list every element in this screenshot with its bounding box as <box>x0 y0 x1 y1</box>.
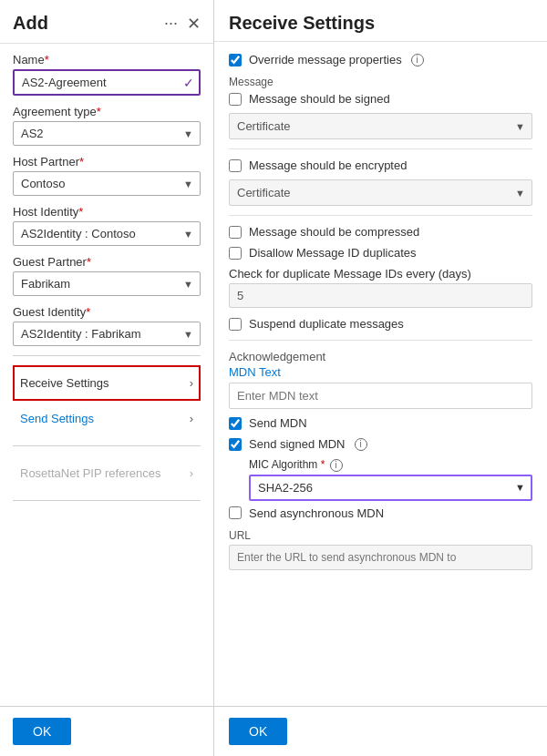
send-mdn-checkbox[interactable] <box>229 417 242 430</box>
nav-item-rosettanet[interactable]: RosettaNet PIP references › <box>13 455 201 491</box>
send-mdn-label: Send MDN <box>249 416 307 430</box>
name-group: Name* ✓ <box>13 53 201 96</box>
rosettanet-label: RosettaNet PIP references <box>20 466 160 480</box>
right-form-body: Override message properties i Message Me… <box>214 42 547 706</box>
right-panel: Receive Settings Override message proper… <box>214 0 547 756</box>
header-actions: ··· ✕ <box>164 14 201 34</box>
send-async-mdn-checkbox[interactable] <box>229 506 242 519</box>
agreement-type-label: Agreement type* <box>13 105 201 118</box>
host-identity-group: Host Identity* AS2Identity : Contoso ▼ <box>13 205 201 246</box>
guest-partner-select-wrapper: Fabrikam ▼ <box>13 271 201 296</box>
host-partner-label: Host Partner* <box>13 155 201 169</box>
mic-algorithm-select[interactable]: SHA2-256 SHA2-384 SHA2-512 SHA1 MD5 <box>249 475 532 501</box>
send-async-mdn-label: Send asynchronous MDN <box>249 506 384 520</box>
send-mdn-row: Send MDN <box>229 416 532 430</box>
receive-settings-label: Receive Settings <box>20 376 109 390</box>
chevron-right-icon: › <box>190 412 193 425</box>
left-header: Add ··· ✕ <box>0 0 213 44</box>
send-signed-mdn-checkbox[interactable] <box>229 438 242 451</box>
chevron-right-icon: › <box>190 376 193 390</box>
acknowledgement-label: Acknowledgement <box>229 350 532 363</box>
field-divider-1 <box>229 148 532 149</box>
msg-encrypted-checkbox[interactable] <box>229 159 242 172</box>
certificate2-select[interactable]: Certificate <box>229 179 532 206</box>
right-ok-button[interactable]: OK <box>229 718 287 745</box>
suspend-duplicates-checkbox[interactable] <box>229 318 242 331</box>
guest-identity-label: Guest Identity* <box>13 305 201 319</box>
guest-partner-select[interactable]: Fabrikam <box>13 271 201 296</box>
msg-signed-checkbox[interactable] <box>229 93 242 106</box>
send-signed-mdn-label: Send signed MDN <box>249 437 346 451</box>
send-signed-mdn-info-icon[interactable]: i <box>355 438 367 451</box>
host-identity-select[interactable]: AS2Identity : Contoso <box>13 221 201 246</box>
nav-item-receive-settings[interactable]: Receive Settings › <box>13 365 201 401</box>
msg-encrypted-row: Message should be encrypted <box>229 158 532 172</box>
more-options-icon[interactable]: ··· <box>164 14 178 33</box>
guest-identity-group: Guest Identity* AS2Identity : Fabrikam ▼ <box>13 305 201 346</box>
host-partner-group: Host Partner* Contoso ▼ <box>13 155 201 196</box>
mdn-text-label: MDN Text <box>229 365 532 379</box>
check-duplicates-label: Check for duplicate Message IDs every (d… <box>229 267 532 281</box>
agreement-type-group: Agreement type* AS2 ▼ <box>13 105 201 146</box>
send-async-mdn-row: Send asynchronous MDN <box>229 506 532 520</box>
certificate2-select-wrapper: Certificate ▼ <box>229 179 532 206</box>
left-footer: OK <box>0 706 213 756</box>
disallow-duplicates-row: Disallow Message ID duplicates <box>229 246 532 260</box>
override-properties-row: Override message properties i <box>229 53 532 66</box>
chevron-right-icon: › <box>190 466 193 480</box>
guest-identity-select-wrapper: AS2Identity : Fabrikam ▼ <box>13 322 201 346</box>
mic-algorithm-container: MIC Algorithm * i SHA2-256 SHA2-384 SHA2… <box>249 458 532 501</box>
name-input[interactable] <box>13 69 201 96</box>
msg-compressed-label: Message should be compressed <box>249 225 419 239</box>
check-duplicates-input[interactable] <box>229 283 532 308</box>
panel-title: Add <box>13 13 48 34</box>
nav-item-send-settings[interactable]: Send Settings › <box>13 401 201 436</box>
suspend-duplicates-label: Suspend duplicate messages <box>249 317 404 331</box>
msg-signed-row: Message should be signed <box>229 92 532 106</box>
msg-signed-label: Message should be signed <box>249 92 390 106</box>
name-input-wrapper: ✓ <box>13 69 201 96</box>
left-form-body: Name* ✓ Agreement type* AS2 ▼ Host Partn… <box>0 44 213 706</box>
left-ok-button[interactable]: OK <box>13 718 71 745</box>
mdn-text-input[interactable] <box>229 383 532 409</box>
override-properties-label: Override message properties <box>249 53 402 66</box>
agreement-type-select[interactable]: AS2 <box>13 121 201 146</box>
override-info-icon[interactable]: i <box>411 54 424 66</box>
agreement-type-select-wrapper: AS2 ▼ <box>13 121 201 146</box>
guest-identity-select[interactable]: AS2Identity : Fabrikam <box>13 322 201 346</box>
send-settings-label: Send Settings <box>20 412 94 425</box>
check-icon: ✓ <box>183 76 194 90</box>
host-partner-select[interactable]: Contoso <box>13 171 201 196</box>
divider-1 <box>13 355 201 356</box>
check-duplicates-group: Check for duplicate Message IDs every (d… <box>229 267 532 308</box>
mic-algorithm-label: MIC Algorithm * i <box>249 458 532 472</box>
right-panel-title: Receive Settings <box>229 13 375 33</box>
disallow-duplicates-label: Disallow Message ID duplicates <box>249 246 417 260</box>
field-divider-3 <box>229 340 532 341</box>
send-signed-mdn-row: Send signed MDN i <box>229 437 532 451</box>
field-divider-2 <box>229 215 532 216</box>
certificate1-select-wrapper: Certificate ▼ <box>229 113 532 139</box>
host-identity-select-wrapper: AS2Identity : Contoso ▼ <box>13 221 201 246</box>
url-label: URL <box>229 529 532 542</box>
msg-compressed-row: Message should be compressed <box>229 225 532 239</box>
disallow-duplicates-checkbox[interactable] <box>229 247 242 260</box>
close-icon[interactable]: ✕ <box>187 14 201 34</box>
divider-3 <box>13 500 201 501</box>
certificate1-select[interactable]: Certificate <box>229 113 532 139</box>
name-label: Name* <box>13 53 201 66</box>
mic-algorithm-select-wrapper: SHA2-256 SHA2-384 SHA2-512 SHA1 MD5 ▼ <box>249 475 532 501</box>
host-partner-select-wrapper: Contoso ▼ <box>13 171 201 196</box>
msg-compressed-checkbox[interactable] <box>229 226 242 239</box>
url-input[interactable] <box>229 545 532 570</box>
mic-algorithm-info-icon[interactable]: i <box>330 459 343 472</box>
guest-partner-group: Guest Partner* Fabrikam ▼ <box>13 255 201 296</box>
guest-partner-label: Guest Partner* <box>13 255 201 269</box>
override-properties-checkbox[interactable] <box>229 54 242 66</box>
message-section-label: Message <box>229 76 532 88</box>
right-footer: OK <box>214 706 547 756</box>
msg-encrypted-label: Message should be encrypted <box>249 158 407 172</box>
suspend-duplicates-row: Suspend duplicate messages <box>229 317 532 331</box>
host-identity-label: Host Identity* <box>13 205 201 219</box>
divider-2 <box>13 445 201 446</box>
